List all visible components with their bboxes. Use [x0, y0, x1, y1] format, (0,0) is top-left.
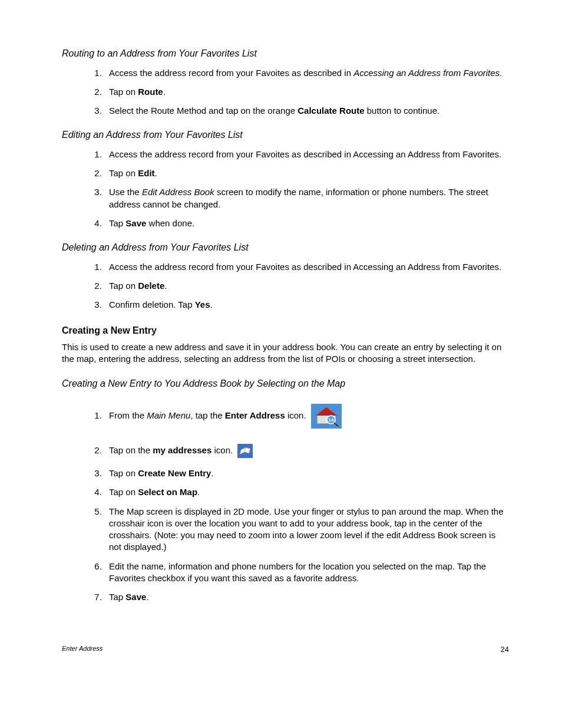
list-item: Tap Save. [104, 591, 509, 603]
list-item: Tap Save when done. [104, 218, 509, 229]
text: when done. [146, 218, 194, 228]
text-bold: Edit [138, 168, 154, 178]
text-italic: Main Menu [147, 410, 190, 420]
text-italic: Edit Address Book [142, 187, 214, 197]
section-title-creating: Creating a New Entry [62, 324, 509, 337]
list-item: The Map screen is displayed in 2D mode. … [104, 506, 509, 554]
list-editing: Access the address record from your Favo… [62, 149, 509, 229]
text-bold: Enter Address [225, 410, 285, 420]
text: Tap on [109, 168, 138, 178]
text: Confirm deletion. Tap [109, 299, 195, 309]
text: Access the address record from your Favo… [109, 68, 353, 78]
paragraph: This is used to create a new address and… [62, 341, 509, 365]
section-title-routing: Routing to an Address from Your Favorite… [62, 47, 509, 60]
list-item: From the Main Menu, tap the Enter Addres… [104, 404, 509, 429]
text: button to continue. [365, 106, 440, 116]
text: . [197, 487, 200, 497]
list-creating-map: From the Main Menu, tap the Enter Addres… [62, 404, 509, 603]
text-bold: Select on Map [138, 487, 197, 497]
text-bold: Route [138, 87, 163, 97]
list-item: Access the address record from your Favo… [104, 261, 509, 273]
text: . [500, 68, 502, 78]
text: . [163, 87, 166, 97]
text-bold: Save [125, 592, 146, 602]
section-title-editing: Editing an Address from Your Favorites L… [62, 129, 509, 141]
list-deleting: Access the address record from your Favo… [62, 261, 509, 311]
text: . [155, 168, 157, 178]
list-item: Tap on Route. [104, 86, 509, 98]
section-title-creating-map: Creating a New Entry to You Address Book… [62, 377, 509, 390]
text-bold: Delete [138, 281, 164, 291]
list-item: Access the address record from your Favo… [104, 67, 509, 79]
list-item: Tap on Edit. [104, 167, 509, 179]
text: Tap on [109, 468, 138, 478]
section-title-deleting: Deleting an Address from Your Favorites … [62, 241, 509, 254]
list-routing: Access the address record from your Favo… [62, 67, 509, 117]
text: . [146, 592, 148, 602]
page-footer: Enter Address 24 [62, 644, 509, 655]
text: . [164, 281, 167, 291]
list-item: Select the Route Method and tap on the o… [104, 105, 509, 117]
text: From the [109, 410, 147, 420]
text-bold: my addresses [153, 445, 211, 455]
list-item: Access the address record from your Favo… [104, 149, 509, 160]
my-addresses-icon [237, 444, 253, 458]
footer-section: Enter Address [62, 644, 103, 655]
list-item: Edit the name, information and phone num… [104, 561, 509, 585]
list-item: Confirm deletion. Tap Yes. [104, 299, 509, 311]
text: Tap on the [109, 445, 153, 455]
text: icon. [285, 410, 306, 420]
text: , tap the [190, 410, 224, 420]
enter-address-icon: 14 [311, 404, 342, 429]
text-bold: Save [125, 218, 146, 228]
text: Tap [109, 218, 125, 228]
list-item: Use the Edit Address Book screen to modi… [104, 186, 509, 210]
list-item: Tap on Create New Entry. [104, 467, 509, 479]
text: Tap on [109, 281, 138, 291]
svg-text:14: 14 [328, 417, 333, 423]
list-item: Tap on Delete. [104, 280, 509, 292]
text: Tap [109, 592, 125, 602]
text-bold: Calculate Route [297, 106, 364, 116]
text-bold: Create New Entry [138, 468, 211, 478]
text-bold: Yes [195, 299, 210, 309]
list-item: Tap on the my addresses icon. [104, 444, 509, 458]
text: Use the [109, 187, 142, 197]
list-item: Tap on Select on Map. [104, 486, 509, 498]
text-italic: Accessing an Address from Favorites [353, 68, 500, 78]
text: Select the Route Method and tap on the o… [109, 106, 297, 116]
page-number: 24 [501, 644, 509, 655]
text: . [211, 468, 213, 478]
text: Tap on [109, 87, 138, 97]
text: icon. [211, 445, 233, 455]
text: Tap on [109, 487, 138, 497]
text: . [210, 299, 213, 309]
